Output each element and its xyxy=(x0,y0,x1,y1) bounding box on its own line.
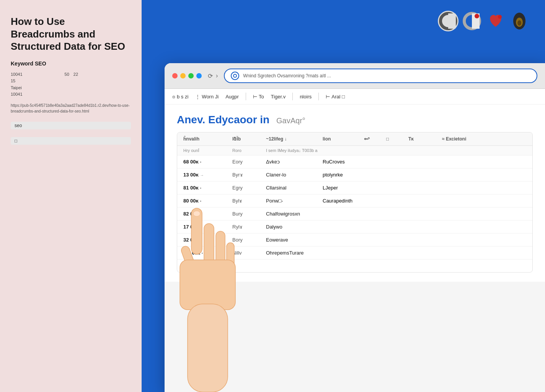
col-header-0: ĥnvalih xyxy=(183,136,229,142)
col-header-1: lɑ̃Ĭb xyxy=(232,136,263,142)
maximize-button[interactable] xyxy=(188,73,194,78)
toolbar-label-tiger: Tiger.v xyxy=(271,94,286,100)
forward-icon[interactable]: › xyxy=(216,72,218,79)
toolbar-label-wormji: Worn Ji xyxy=(202,94,219,100)
meta-line4: 10041 xyxy=(11,92,23,96)
svg-point-5 xyxy=(498,15,502,19)
meta-line2: 15 xyxy=(11,78,15,83)
col-header-3: lion xyxy=(323,136,361,142)
col-header-7: ≈ Excietoni xyxy=(442,136,488,142)
table-row: 80 00ĸ • Bylɤ Ponw□- Caurapedinth xyxy=(177,194,532,207)
row-volume-8: SO 00ĸ • xyxy=(183,250,229,256)
address-text: Wnind Sgrotech Ovsamroning ?rnats aítl .… xyxy=(243,73,530,78)
row-keyword-4: Caurapedinth xyxy=(323,198,361,204)
logo-1 xyxy=(438,11,459,31)
row-keyword-3: LJeper xyxy=(323,185,361,191)
sidebar: How to Use Breadcrumbs and Structured Da… xyxy=(0,0,142,392)
row-kd-5: Bury xyxy=(232,211,263,217)
row-kd-4: Bylɤ xyxy=(232,198,263,204)
content-title-part1: Anev. xyxy=(177,114,205,126)
row-keyword-1: RuCroves xyxy=(323,159,361,165)
main-area: ⟳ › Wnind Sgrotech Ovsamroning ?rnats aí… xyxy=(142,0,545,392)
toolbar-item-augpr[interactable]: Augpr xyxy=(225,94,239,100)
toolbar-separator-2 xyxy=(292,93,293,100)
sidebar-tag2: □ xyxy=(11,137,131,145)
browser-window: ⟳ › Wnind Sgrotech Ovsamroning ?rnats aí… xyxy=(165,63,545,392)
row-kd-1: Eory xyxy=(232,159,263,165)
browser-nav: ⟳ › xyxy=(208,72,218,80)
row-trend-2: Claner-lo xyxy=(266,172,320,178)
col-header-6: Tĸ xyxy=(408,136,439,142)
col-header-5: □ xyxy=(386,136,405,142)
row-volume-1: 68 00ĸ • xyxy=(183,159,229,165)
toolbar-icon-1: ⌾ xyxy=(172,94,175,100)
toolbar-item-wormji[interactable]: ⋮ Worn Ji xyxy=(195,94,219,100)
address-circle-icon xyxy=(231,72,239,80)
toolbar-icon-aral: ⊢ xyxy=(326,94,330,100)
table-row: SO 00ĸ • Nillv OhrepemsTurare xyxy=(177,247,532,260)
table-row: 32 00ĸ • Bory Eowerave xyxy=(177,234,532,247)
row-trend-6: Dalywo xyxy=(266,224,320,230)
table-subheader: Hry ounĪ Roro I sem IMey iludya↓ T003b a xyxy=(177,146,532,155)
row-keyword-2: ptolynrke xyxy=(323,172,361,178)
toolbar-label-nloirs: nloirs xyxy=(300,94,312,100)
row-trend-8: OhrepemsTurare xyxy=(266,250,320,256)
table-header-row: ĥnvalih lɑ̃Ĭb ~12lifeg ↓ lion ⇐ᶮ □ Tĸ ≈ … xyxy=(177,132,532,146)
logo-4 xyxy=(509,11,530,31)
content-title: Anev. Edycaoor in GavAqr° xyxy=(177,114,533,126)
row-kd-2: Byrɤ xyxy=(232,172,263,178)
svg-rect-1 xyxy=(448,13,456,29)
meta-line1: 10041 50 22 xyxy=(11,72,91,77)
row-kd-7: Bory xyxy=(232,237,263,243)
row-volume-2: 13 00ĸ → xyxy=(183,172,229,178)
browser-chrome: ⟳ › Wnind Sgrotech Ovsamroning ?rnats aí… xyxy=(165,63,545,89)
meta-line3: Taipei xyxy=(11,85,22,90)
back-icon[interactable]: ⟳ xyxy=(208,72,213,80)
toolbar-item-1[interactable]: ⌾ b s zi xyxy=(172,94,188,100)
browser-content: Anev. Edycaoor in GavAqr° ĥnvalih lɑ̃Ĭb … xyxy=(165,105,545,282)
col-header-4: ⇐ᶮ xyxy=(364,136,383,142)
extra-button[interactable] xyxy=(196,73,202,78)
col-header-2: ~12lifeg ↓ xyxy=(266,136,320,142)
toolbar-item-ta[interactable]: ⊢ To xyxy=(253,94,264,100)
sidebar-title: How to Use Breadcrumbs and Structured Da… xyxy=(11,15,131,53)
svg-point-8 xyxy=(517,20,521,26)
content-subtitle: GavAqr° xyxy=(276,116,305,125)
address-bar[interactable]: Wnind Sgrotech Ovsamroning ?rnats aítl .… xyxy=(224,69,537,83)
row-trend-7: Eowerave xyxy=(266,237,320,243)
row-trend-3: Cllarsinal xyxy=(266,185,320,191)
content-title-part2: Edycaoor xyxy=(208,114,257,126)
table-row: 17 004 • Rylɤ Dalywo xyxy=(177,220,532,234)
minimize-button[interactable] xyxy=(180,73,186,78)
traffic-lights xyxy=(172,73,202,78)
row-kd-8: Nillv xyxy=(232,250,263,256)
toolbar-item-aral[interactable]: ⊢ Aral □ xyxy=(326,94,345,100)
close-button[interactable] xyxy=(172,73,178,78)
sidebar-url: https://pub-5c454f571b8e40a3a2aad27ade84… xyxy=(11,103,131,114)
row-volume-5: 82 00ĸ • xyxy=(183,211,229,217)
row-trend-4: Ponw□- xyxy=(266,198,320,204)
toolbar-separator-3 xyxy=(318,93,319,100)
subheader-1: Roro xyxy=(232,148,263,153)
table-row: 8ᴱ 00ĸ • xyxy=(177,260,532,272)
toolbar-icon-ta: ⊢ xyxy=(253,94,257,100)
row-volume-6: 17 004 • xyxy=(183,224,229,230)
toolbar-item-nloirs[interactable]: nloirs xyxy=(300,94,312,100)
content-title-part3: in xyxy=(260,114,269,126)
browser-toolbar: ⌾ b s zi ⋮ Worn Ji Augpr ⊢ To Tiger.v nl… xyxy=(165,89,545,105)
toolbar-item-tiger[interactable]: Tiger.v xyxy=(271,94,286,100)
subheader-2: I sem IMey iludya↓ T003b a xyxy=(266,148,526,153)
subheader-0: Hry ounĪ xyxy=(183,148,229,153)
toolbar-icon-wormji: ⋮ xyxy=(195,94,200,100)
toolbar-label-augpr: Augpr xyxy=(225,94,239,100)
toolbar-separator-1 xyxy=(246,93,246,100)
row-trend-1: Δvkeɔ xyxy=(266,159,320,165)
row-kd-3: Egry xyxy=(232,185,263,191)
row-volume-9: 8ᴱ 00ĸ • xyxy=(183,263,229,269)
logo-3 xyxy=(485,11,506,31)
table-row: 68 00ĸ • Eory Δvkeɔ RuCroves xyxy=(177,155,532,168)
row-volume-4: 80 00ĸ • xyxy=(183,198,229,204)
table-row: 82 00ĸ • Bury Chalfowigrosxn xyxy=(177,207,532,220)
logo-2 xyxy=(462,11,482,31)
svg-point-4 xyxy=(475,14,479,18)
